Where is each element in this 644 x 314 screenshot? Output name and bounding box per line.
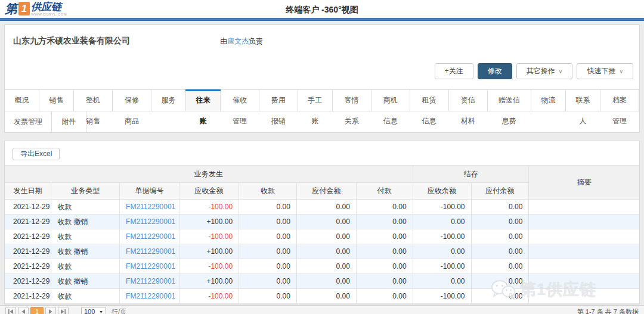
received-cell: 0.00 (239, 200, 297, 214)
tab-manual-account[interactable]: 手工账 (298, 90, 333, 111)
owner-prefix: 由 (220, 37, 227, 45)
owner-link[interactable]: 唐文杰 (227, 37, 249, 45)
next-page-icon (48, 309, 54, 314)
paid-cell: 0.00 (356, 289, 413, 304)
pagination-next-button[interactable] (45, 307, 56, 314)
column-header-receivable: 应收金额 (179, 183, 239, 200)
paid-cell: 0.00 (356, 200, 413, 214)
tab-lease-info[interactable]: 租赁信息 (410, 90, 449, 111)
receivable-cell: -100.00 (179, 289, 239, 304)
other-actions-button[interactable]: 其它操作∨ (516, 63, 573, 79)
pagination-first-button[interactable] (5, 307, 16, 314)
quick-push-button[interactable]: 快速下推∨ (577, 63, 633, 79)
payable-cell: 0.00 (296, 244, 356, 259)
receivable-balance-cell: 0.00 (413, 214, 471, 229)
type-cell: 收款 (51, 200, 120, 214)
received-cell: 0.00 (239, 274, 297, 289)
date-cell: 2021-12-29 (5, 289, 51, 304)
receivable-cell: -100.00 (179, 200, 239, 214)
type-cell: 收款 (51, 259, 120, 274)
tab-invoice-mgmt[interactable]: 发票管理 (5, 111, 52, 132)
tab-sales[interactable]: 销售 (39, 90, 74, 111)
summary-cell (529, 274, 639, 289)
group-header-row: 业务发生 结存 摘要 (5, 166, 639, 183)
receivable-balance-cell: -100.00 (413, 229, 471, 244)
summary-cell (529, 229, 639, 244)
customer-owner: 由唐文杰负责 (220, 37, 263, 45)
tab-row-1: 概况销售整机销售保修商品服务往来账催收管理费用报销手工账客情关系商机信息租赁信息… (5, 89, 639, 111)
tab-service[interactable]: 服务 (151, 90, 186, 111)
chevron-down-icon: ∨ (619, 69, 623, 74)
column-header-type: 业务类型 (51, 183, 120, 200)
doc-link[interactable]: FM2112290001 (120, 214, 179, 229)
type-cell: 收款 (51, 289, 120, 304)
pagination-last-button[interactable] (58, 307, 69, 314)
date-cell: 2021-12-29 (5, 259, 51, 274)
group-header-balance: 结存 (413, 166, 529, 183)
other-actions-label: 其它操作 (527, 67, 555, 75)
pagination-prev-button[interactable] (18, 307, 29, 314)
customer-name: 山东九方禾硕农业装备有限公司 (13, 36, 130, 45)
top-header: 第 1 供应链 WWW.D1GYL.COM 终端客户 -360°视图 (0, 0, 644, 18)
date-cell: 2021-12-29 (5, 200, 51, 214)
tab-collection-mgmt[interactable]: 催收管理 (221, 90, 259, 111)
received-cell: 0.00 (239, 259, 297, 274)
column-header-receivable-balance: 应收余额 (413, 183, 471, 200)
tab-warranty-goods[interactable]: 保修商品 (113, 90, 151, 111)
tab-contacts[interactable]: 联系人 (566, 90, 600, 111)
date-cell: 2021-12-29 (5, 214, 51, 229)
prev-page-icon (20, 309, 26, 314)
tab-logistics[interactable]: 物流 (531, 90, 566, 111)
receivable-cell: +100.00 (179, 214, 239, 229)
tab-machine-sales[interactable]: 整机销售 (74, 90, 113, 111)
customer-header: 山东九方禾硕农业装备有限公司 由唐文杰负责 (5, 25, 639, 50)
payable-balance-cell: 0.00 (471, 200, 529, 214)
action-bar: +关注 修改 其它操作∨ 快速下推∨ (5, 63, 633, 80)
page-title: 终端客户 -360°视图 (0, 5, 644, 15)
summary-cell (529, 200, 639, 214)
doc-link[interactable]: FM2112290001 (120, 289, 179, 304)
received-cell: 0.00 (239, 214, 297, 229)
summary-cell (529, 289, 639, 304)
tab-expense-report[interactable]: 费用报销 (259, 90, 298, 111)
tab-archive-mgmt[interactable]: 档案管理 (600, 90, 639, 111)
payable-balance-cell: 0.00 (471, 259, 529, 274)
tab-ledger[interactable]: 往来账 (186, 90, 221, 111)
tab-customer-relations[interactable]: 客情关系 (333, 90, 371, 111)
doc-link[interactable]: FM2112290001 (120, 229, 179, 244)
chevron-down-icon: ∨ (559, 69, 563, 74)
tab-attachment[interactable]: 附件 (52, 111, 86, 132)
customer-panel: 山东九方禾硕农业装备有限公司 由唐文杰负责 +关注 修改 其它操作∨ 快速下推∨… (4, 24, 640, 133)
modify-button[interactable]: 修改 (478, 63, 512, 79)
payable-cell: 0.00 (296, 289, 356, 304)
receivable-cell: -100.00 (179, 229, 239, 244)
doc-link[interactable]: FM2112290001 (120, 274, 179, 289)
tab-opportunity-info[interactable]: 商机信息 (371, 90, 410, 111)
column-header-payable: 应付金额 (296, 183, 356, 200)
doc-link[interactable]: FM2112290001 (120, 244, 179, 259)
summary-cell (529, 244, 639, 259)
paid-cell: 0.00 (356, 274, 413, 289)
doc-link[interactable]: FM2112290001 (120, 259, 179, 274)
receivable-cell: -100.00 (179, 259, 239, 274)
receivable-cell: +100.00 (179, 274, 239, 289)
payable-balance-cell: 0.00 (471, 214, 529, 229)
tab-credit-materials[interactable]: 资信材料 (449, 90, 488, 111)
tab-gift-info-fee[interactable]: 赠送信息费 (488, 90, 531, 111)
table-row: 2021-12-29收款FM2112290001-100.000.000.000… (5, 289, 639, 304)
pagination-page-button[interactable]: 1 (30, 307, 44, 314)
payable-cell: 0.00 (296, 229, 356, 244)
payable-balance-cell: 0.00 (471, 289, 529, 304)
payable-balance-cell: 0.00 (471, 274, 529, 289)
doc-link[interactable]: FM2112290001 (120, 200, 179, 214)
paid-cell: 0.00 (356, 259, 413, 274)
follow-button[interactable]: +关注 (435, 63, 473, 79)
receivable-balance-cell: 0.00 (413, 244, 471, 259)
first-page-icon (8, 309, 14, 314)
page-size-select[interactable]: 100 ▼ (81, 307, 106, 314)
export-excel-button[interactable]: 导出Excel (13, 148, 60, 160)
tab-overview[interactable]: 概况 (5, 90, 39, 111)
column-header-payable-balance: 应付余额 (471, 183, 529, 200)
owner-suffix: 负责 (249, 37, 263, 45)
page-size-value: 100 (84, 308, 95, 314)
